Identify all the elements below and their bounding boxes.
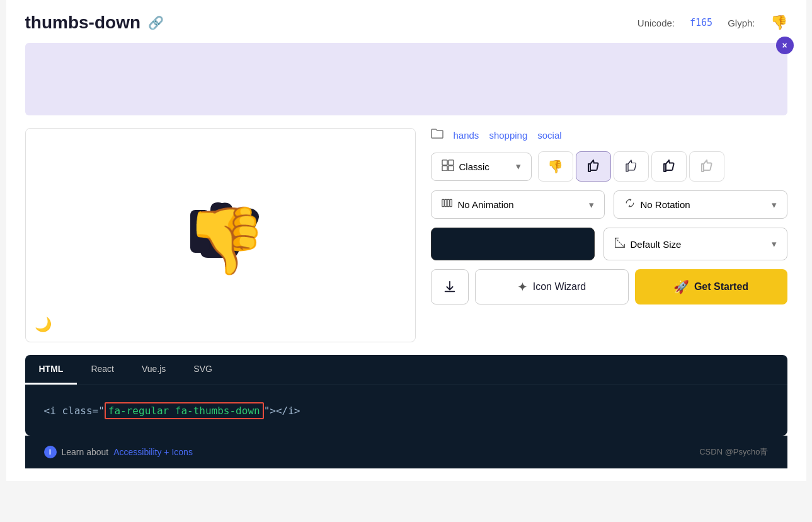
rotation-chevron-icon: ▾: [772, 199, 777, 211]
thumbs-down-preview: 👎: [170, 185, 271, 286]
rotation-dropdown[interactable]: No Rotation ▾: [614, 190, 787, 219]
content-area: 👎 🌙 hands shopping social: [25, 128, 787, 342]
svg-rect-7: [444, 199, 446, 206]
unicode-label: Unicode:: [638, 18, 675, 28]
style-dropdown[interactable]: Classic ▾: [431, 153, 532, 181]
variant-buttons: 👎: [538, 151, 724, 182]
controls-panel: hands shopping social Classic: [431, 128, 787, 342]
svg-text:👎: 👎: [185, 202, 267, 279]
animation-rotation-row: No Animation ▾ No Rotation ▾: [431, 190, 787, 219]
icon-preview-box: 👎 🌙: [25, 128, 416, 342]
svg-rect-2: [442, 160, 447, 165]
download-button[interactable]: [431, 269, 469, 304]
code-prefix: <i class=": [44, 405, 105, 417]
category-social[interactable]: social: [537, 130, 561, 141]
variant-solid-button[interactable]: 👎: [538, 151, 573, 182]
style-icon: [442, 160, 454, 174]
style-row: Classic ▾ 👎: [431, 151, 787, 182]
category-shopping[interactable]: shopping: [489, 130, 527, 141]
close-banner-button[interactable]: ×: [776, 37, 794, 54]
glyph-label: Glyph:: [728, 18, 755, 28]
category-hands[interactable]: hands: [454, 130, 479, 141]
watermark: CSDN @Psycho青: [699, 446, 768, 458]
rotation-label: No Rotation: [641, 199, 690, 210]
rotation-icon: [624, 197, 636, 212]
glyph-icon: 👎: [770, 14, 787, 31]
svg-line-10: [615, 238, 624, 247]
variant-light-button[interactable]: [614, 151, 649, 182]
unicode-value: f165: [690, 17, 712, 28]
code-class-highlight: fa-regular fa-thumbs-down: [105, 402, 264, 419]
promo-banner: ×: [25, 43, 787, 115]
style-label: Classic: [459, 161, 489, 172]
variant-outline-button[interactable]: [689, 151, 724, 182]
tab-svg[interactable]: SVG: [180, 355, 226, 385]
header-right: Unicode: f165 Glyph: 👎: [638, 14, 787, 31]
get-started-button[interactable]: 🚀 Get Started: [635, 269, 787, 304]
size-icon: [614, 237, 626, 252]
rocket-icon: 🚀: [673, 279, 689, 294]
tab-html[interactable]: HTML: [25, 355, 77, 385]
svg-rect-6: [442, 199, 443, 206]
variant-thin-button[interactable]: [651, 151, 687, 182]
info-icon: i: [44, 446, 57, 458]
icon-wizard-button[interactable]: ✦ Icon Wizard: [475, 269, 629, 304]
style-chevron-icon: ▾: [516, 161, 521, 172]
code-tabs: HTML React Vue.js SVG: [25, 355, 787, 385]
animation-dropdown[interactable]: No Animation ▾: [431, 190, 605, 219]
svg-rect-3: [448, 160, 453, 165]
svg-rect-4: [442, 165, 447, 170]
category-links: hands shopping social: [431, 128, 787, 142]
color-size-row: Default Size ▾: [431, 228, 787, 260]
learn-about-text: Learn about: [62, 447, 109, 457]
animation-icon: [442, 197, 453, 212]
svg-rect-8: [447, 199, 449, 206]
get-started-label: Get Started: [694, 281, 748, 293]
tab-vuejs[interactable]: Vue.js: [128, 355, 180, 385]
size-chevron-icon: ▾: [772, 238, 777, 250]
code-suffix: "></i>: [264, 405, 300, 417]
page-title: thumbs-down: [25, 13, 141, 33]
code-body: <i class="fa-regular fa-thumbs-down"></i…: [25, 385, 787, 436]
size-label: Default Size: [631, 239, 682, 250]
color-picker[interactable]: [431, 228, 595, 260]
folder-icon: [431, 128, 443, 142]
action-buttons-row: ✦ Icon Wizard 🚀 Get Started: [431, 269, 787, 304]
animation-chevron-icon: ▾: [589, 199, 594, 211]
wizard-label: Icon Wizard: [533, 281, 586, 293]
link-icon[interactable]: 🔗: [148, 15, 164, 30]
svg-rect-5: [448, 165, 453, 170]
footer-bar: i Learn about Accessibility + Icons CSDN…: [25, 436, 787, 468]
svg-rect-9: [450, 199, 452, 206]
animation-label: No Animation: [458, 199, 514, 210]
tab-react[interactable]: React: [77, 355, 128, 385]
wizard-star-icon: ✦: [517, 279, 528, 294]
size-dropdown[interactable]: Default Size ▾: [603, 228, 787, 260]
code-section: HTML React Vue.js SVG <i class="fa-regul…: [25, 355, 787, 436]
accessibility-link[interactable]: Accessibility + Icons: [113, 447, 193, 457]
header-left: thumbs-down 🔗: [25, 13, 164, 33]
footer-left: i Learn about Accessibility + Icons: [44, 446, 193, 458]
page-header: thumbs-down 🔗 Unicode: f165 Glyph: 👎: [25, 13, 787, 33]
dark-mode-toggle[interactable]: 🌙: [35, 316, 52, 333]
variant-regular-button[interactable]: [576, 151, 611, 182]
